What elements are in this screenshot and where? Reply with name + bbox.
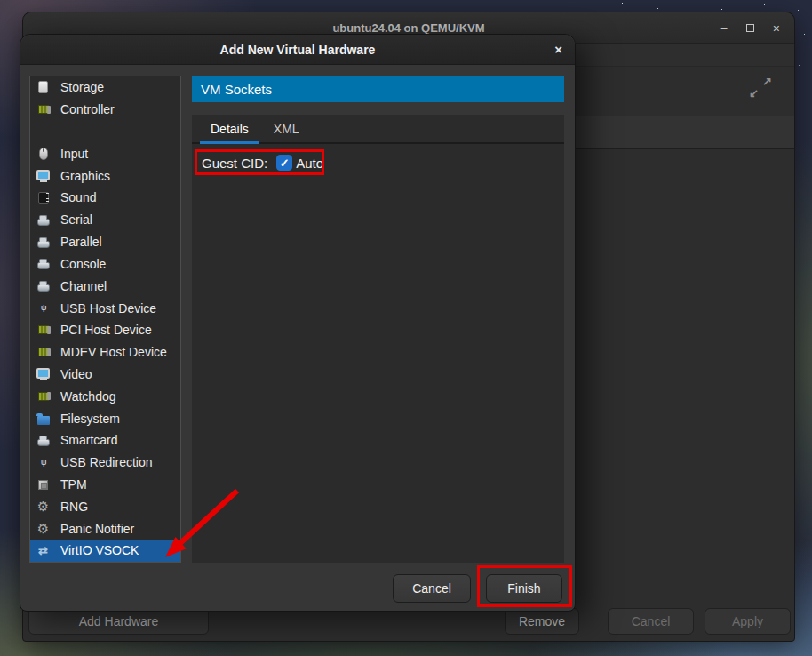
sidebar-item-label: USB Host Device (60, 301, 156, 316)
sidebar-item-console[interactable]: Console (30, 253, 180, 276)
fullscreen-icon[interactable]: ↗ ↙ (749, 75, 772, 100)
sidebar-item-label: Graphics (60, 169, 110, 183)
sidebar-item-storage[interactable]: Storage (30, 76, 180, 99)
sidebar-item-label: RNG (60, 500, 88, 514)
details-apply-button: Apply (705, 608, 791, 635)
blank-icon (36, 124, 51, 140)
serial-icon (36, 235, 51, 250)
sidebar-item-video[interactable]: Video (30, 364, 180, 386)
sidebar-item-label: Input (60, 147, 88, 161)
sidebar-item-channel[interactable]: Channel (30, 275, 180, 297)
sidebar-item-label: Video (60, 367, 92, 381)
details-cancel-button: Cancel (608, 608, 694, 635)
close-icon[interactable]: × (773, 22, 780, 35)
sidebar-item-input[interactable]: Input (30, 142, 180, 164)
tab-details[interactable]: Details (198, 115, 261, 142)
sidebar-item-label: Smartcard (60, 433, 118, 447)
gear-icon: ⚙ (36, 499, 51, 514)
desktop: ubuntu24.04 on QEMU/KVM − × ↗ ↙ Add Hard… (0, 0, 812, 656)
tab-bar: Details XML (192, 115, 564, 144)
remove-button[interactable]: Remove (505, 608, 579, 635)
dialog-close-icon[interactable]: × (554, 43, 562, 56)
serial-icon (36, 212, 51, 228)
expand-ne-arrow: ↗ (762, 75, 772, 88)
sidebar-item-smartcard[interactable]: Smartcard (30, 429, 180, 452)
cancel-button[interactable]: Cancel (393, 574, 471, 603)
usb-icon: ψ (36, 300, 51, 316)
sidebar-item-spacer (30, 121, 180, 143)
sidebar-item-label: Filesystem (60, 412, 120, 426)
wallpaper-stars (622, 3, 623, 4)
monitor-icon (36, 366, 51, 381)
panel-notebook: Details XML Guest CID: ✓ Auto (192, 115, 564, 563)
hardware-list: Storage Controller Input Graphics Sound … (29, 76, 181, 563)
dialog-title: Add New Virtual Hardware (220, 43, 376, 57)
add-hardware-dialog: Add New Virtual Hardware × Storage Contr… (20, 34, 576, 612)
sidebar-item-tpm[interactable]: TPM (30, 474, 180, 496)
guest-cid-row: Guest CID: ✓ Auto (202, 155, 323, 171)
tab-xml[interactable]: XML (261, 115, 312, 142)
sound-icon (36, 190, 51, 205)
sidebar-item-label: Panic Notifier (60, 522, 134, 536)
check-icon: ✓ (280, 156, 290, 170)
sidebar-item-serial[interactable]: Serial (30, 209, 180, 231)
sidebar-item-label: PCI Host Device (60, 323, 152, 337)
sidebar-item-label: Parallel (60, 235, 102, 249)
vsock-icon: ⇄ (36, 543, 51, 558)
sidebar-item-controller[interactable]: Controller (30, 99, 180, 121)
sidebar-item-virtio-vsock[interactable]: ⇄ VirtIO VSOCK (30, 540, 180, 562)
finish-button[interactable]: Finish (486, 574, 562, 603)
sidebar-item-pci-host-device[interactable]: PCI Host Device (30, 319, 180, 341)
usb-icon: ψ (36, 455, 51, 470)
sidebar-item-label: Controller (60, 102, 115, 116)
guest-cid-label: Guest CID: (202, 156, 267, 171)
window-title: ubuntu24.04 on QEMU/KVM (332, 21, 484, 35)
maximize-icon[interactable] (746, 24, 754, 32)
sidebar-item-label: Channel (60, 279, 107, 293)
sidebar-item-graphics[interactable]: Graphics (30, 164, 180, 187)
sidebar-item-label: USB Redirection (60, 455, 153, 469)
auto-label: Auto (296, 156, 323, 171)
minimize-icon[interactable]: − (720, 22, 728, 35)
sidebar-item-label: Console (60, 257, 106, 271)
sidebar-item-label: TPM (60, 477, 87, 492)
sidebar-item-filesystem[interactable]: Filesystem (30, 407, 180, 429)
board-icon (36, 102, 51, 117)
gear-icon: ⚙ (36, 521, 51, 536)
mouse-icon (36, 146, 51, 161)
board-icon (36, 388, 51, 404)
folder-icon (36, 411, 51, 426)
expand-sw-arrow: ↙ (749, 86, 759, 100)
serial-icon (36, 433, 51, 448)
serial-icon (36, 278, 51, 293)
guest-cid-auto-checkbox[interactable]: ✓ (276, 155, 292, 171)
disk-icon (36, 80, 51, 95)
sidebar-item-label: Watchdog (60, 389, 116, 404)
dialog-titlebar: Add New Virtual Hardware × (20, 35, 575, 65)
panel-header: VM Sockets (192, 76, 564, 102)
sidebar-item-label: MDEV Host Device (60, 345, 167, 359)
monitor-icon (36, 168, 51, 183)
sidebar-item-sound[interactable]: Sound (30, 187, 180, 209)
sidebar-item-panic-notifier[interactable]: ⚙ Panic Notifier (30, 517, 180, 540)
sidebar-item-rng[interactable]: ⚙ RNG (30, 495, 180, 517)
sidebar-item-label: Storage (60, 80, 104, 94)
board-icon (36, 345, 51, 360)
sidebar-item-label: Sound (60, 190, 96, 204)
sidebar-item-mdev-host-device[interactable]: MDEV Host Device (30, 341, 180, 364)
add-hardware-button[interactable]: Add Hardware (28, 608, 209, 635)
window-controls: − × (720, 12, 780, 44)
sidebar-item-label: Serial (60, 212, 92, 227)
sidebar-item-watchdog[interactable]: Watchdog (30, 385, 180, 407)
sidebar-item-label: VirtIO VSOCK (60, 543, 139, 557)
hardware-panel: VM Sockets Details XML Guest CID: ✓ Auto (192, 76, 564, 563)
sidebar-item-usb-host-device[interactable]: ψ USB Host Device (30, 297, 180, 319)
sidebar-item-usb-redirection[interactable]: ψ USB Redirection (30, 452, 180, 474)
sidebar-item-parallel[interactable]: Parallel (30, 231, 180, 253)
board-icon (36, 323, 51, 338)
serial-icon (36, 256, 51, 271)
chip-icon (36, 477, 51, 492)
